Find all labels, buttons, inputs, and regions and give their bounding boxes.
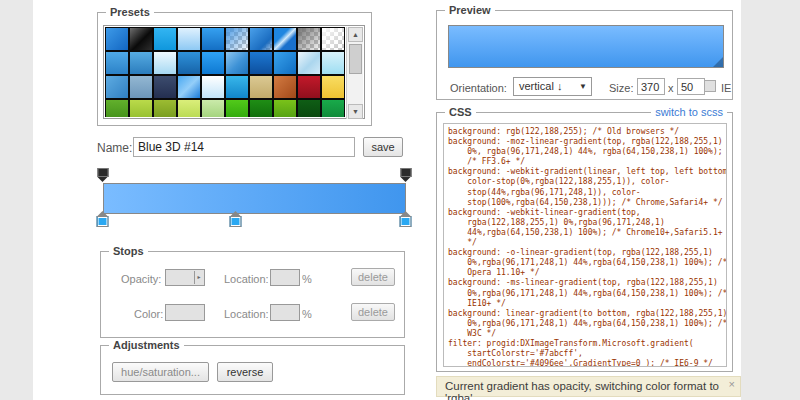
preset-swatch[interactable] — [201, 27, 225, 51]
preset-swatch[interactable] — [249, 27, 273, 51]
preset-swatch[interactable] — [105, 99, 129, 117]
preset-swatch-gradient — [178, 100, 200, 117]
color-stop-square — [97, 216, 109, 227]
opacity-dropdown-icon[interactable]: ▸ — [194, 271, 203, 284]
preset-swatch-box: ▲ ▼ — [103, 25, 365, 119]
preset-swatch-gradient — [226, 76, 248, 98]
preset-swatch[interactable] — [225, 99, 249, 117]
preset-swatch[interactable] — [153, 27, 177, 51]
preset-swatch[interactable] — [225, 51, 249, 75]
preset-swatch[interactable] — [129, 99, 153, 117]
preset-swatch-gradient — [274, 100, 296, 117]
presets-legend: Presets — [106, 6, 154, 18]
preset-swatch[interactable] — [225, 27, 249, 51]
reverse-button[interactable]: reverse — [217, 362, 273, 382]
opacity-stop-marker[interactable] — [98, 168, 109, 182]
preview-legend: Preview — [445, 4, 495, 16]
preset-swatch[interactable] — [297, 51, 321, 75]
size-x-label: x — [668, 82, 674, 94]
preset-swatch[interactable] — [105, 51, 129, 75]
hue-saturation-button[interactable]: hue/saturation... — [112, 362, 209, 382]
preset-swatch[interactable] — [297, 75, 321, 99]
opacity-input[interactable]: ▸ — [165, 269, 205, 286]
preset-swatch[interactable] — [249, 51, 273, 75]
ie-checkbox[interactable] — [704, 80, 716, 92]
save-button[interactable]: save — [363, 137, 403, 157]
orientation-value: vertical ↓ — [519, 80, 562, 92]
preset-swatch[interactable] — [273, 27, 297, 51]
preset-swatch[interactable] — [153, 51, 177, 75]
adjustments-panel: Adjustments hue/saturation... reverse — [100, 345, 405, 395]
preset-swatch[interactable] — [297, 99, 321, 117]
color-stop-marker[interactable] — [400, 216, 413, 231]
switch-to-scss-link[interactable]: switch to scss — [651, 106, 727, 118]
preset-swatch[interactable] — [153, 99, 177, 117]
preset-swatch[interactable] — [201, 75, 225, 99]
preset-swatch[interactable] — [249, 99, 273, 117]
preset-swatch[interactable] — [321, 75, 345, 99]
name-label: Name: — [97, 141, 132, 155]
scrollbar-thumb[interactable] — [349, 44, 362, 74]
preset-swatch-gradient — [226, 100, 248, 117]
preset-swatch[interactable] — [273, 75, 297, 99]
preset-swatch-gradient — [130, 76, 152, 98]
color-input[interactable] — [165, 304, 205, 321]
color-location-input[interactable] — [270, 304, 300, 321]
preset-swatch[interactable] — [129, 51, 153, 75]
scroll-down-icon[interactable]: ▼ — [348, 104, 363, 119]
opacity-stop-square — [401, 168, 412, 177]
preset-swatch[interactable] — [249, 75, 273, 99]
preset-swatch-gradient — [298, 28, 320, 50]
preset-swatch[interactable] — [105, 75, 129, 99]
preset-swatch-gradient — [154, 76, 176, 98]
preset-swatch[interactable] — [225, 75, 249, 99]
preset-swatch[interactable] — [273, 99, 297, 117]
preset-swatch[interactable] — [273, 51, 297, 75]
name-input[interactable] — [133, 137, 355, 157]
preset-swatch[interactable] — [153, 75, 177, 99]
presets-scrollbar[interactable]: ▲ ▼ — [346, 27, 363, 119]
opacity-stop-pointer — [401, 177, 411, 182]
preset-swatch[interactable] — [297, 27, 321, 51]
preset-swatch-gradient — [178, 76, 200, 98]
preset-swatch-gradient — [130, 100, 152, 117]
notification-text: Current gradient has opacity, switching … — [445, 380, 740, 400]
color-label: Color: — [134, 308, 163, 320]
css-code-box[interactable]: background: rgb(122,188,255); /* Old bro… — [443, 123, 727, 367]
preset-swatch[interactable] — [321, 99, 345, 117]
opacity-stop-marker[interactable] — [401, 168, 412, 182]
preset-swatch[interactable] — [129, 27, 153, 51]
color-stop-marker[interactable] — [230, 216, 243, 231]
color-location-unit: % — [302, 308, 312, 320]
scroll-up-icon[interactable]: ▲ — [348, 27, 363, 42]
preset-swatch[interactable] — [105, 27, 129, 51]
height-input[interactable] — [677, 78, 705, 95]
delete-opacity-stop-button[interactable]: delete — [351, 268, 395, 286]
preset-swatch[interactable] — [129, 75, 153, 99]
preset-swatch-gradient — [202, 76, 224, 98]
preset-swatch[interactable] — [201, 51, 225, 75]
gradient-editor-bar[interactable] — [103, 183, 406, 214]
preset-swatch[interactable] — [177, 99, 201, 117]
opacity-stop-pointer — [98, 177, 108, 182]
css-code-text: background: rgb(122,188,255); /* Old bro… — [448, 127, 722, 367]
preset-swatch-gradient — [250, 76, 272, 98]
preset-swatch-gradient — [274, 52, 296, 74]
preset-swatch-grid — [105, 27, 345, 117]
orientation-select[interactable]: vertical ↓ ▼ — [513, 77, 592, 96]
preset-swatch-gradient — [178, 28, 200, 50]
opacity-location-input[interactable] — [270, 269, 300, 286]
width-input[interactable] — [637, 78, 665, 95]
resize-handle[interactable] — [713, 57, 723, 67]
preset-swatch[interactable] — [177, 75, 201, 99]
preset-swatch[interactable] — [321, 51, 345, 75]
preset-swatch[interactable] — [177, 27, 201, 51]
preset-swatch[interactable] — [201, 99, 225, 117]
preset-swatch[interactable] — [177, 51, 201, 75]
close-icon[interactable]: × — [729, 378, 735, 390]
delete-color-stop-button[interactable]: delete — [351, 303, 395, 321]
preset-swatch-gradient — [130, 52, 152, 74]
color-stop-square — [230, 216, 242, 227]
color-stop-marker[interactable] — [97, 216, 110, 231]
preset-swatch[interactable] — [321, 27, 345, 51]
